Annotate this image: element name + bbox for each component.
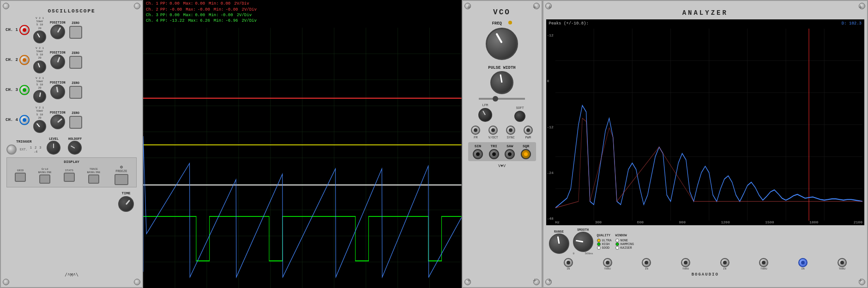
vco-add-button-right[interactable]: + bbox=[533, 4, 536, 11]
quality-high-radio[interactable] bbox=[597, 242, 601, 246]
trace-baseline-button[interactable] bbox=[88, 174, 99, 184]
vco-lfm-soft-row: LFM SOFT bbox=[466, 102, 538, 124]
grid-baseline-button[interactable] bbox=[39, 174, 50, 184]
ch2-zero-button[interactable] bbox=[69, 56, 82, 69]
vco-lfm-knob[interactable] bbox=[478, 108, 492, 122]
analyzer-in2-jack[interactable] bbox=[642, 258, 651, 267]
analyzer-thru4-group: THRU bbox=[838, 258, 847, 270]
ch3-label: CH. 3 bbox=[6, 88, 19, 92]
ch1-position-area: POSITION bbox=[50, 21, 66, 39]
vco-soft-label: SOFT bbox=[516, 106, 524, 110]
vco-jack-row: FM V/OCT SYNC PWM bbox=[466, 124, 538, 141]
bogaudio-label: BOGAUDIO bbox=[546, 272, 865, 284]
holdoff-knob[interactable] bbox=[68, 141, 82, 155]
vco-add-button-left[interactable]: + bbox=[467, 4, 471, 11]
sin-label: SIN bbox=[475, 144, 481, 148]
window-none-radio[interactable] bbox=[615, 239, 619, 242]
quality-good-label: GOOD bbox=[602, 246, 610, 250]
smooth-group: SMOOTH 0 500ms bbox=[573, 228, 593, 255]
ch1-volt-knob[interactable] bbox=[33, 30, 46, 43]
vco-pulse-slider[interactable] bbox=[479, 98, 525, 100]
ch3-position-area: POSITION bbox=[50, 81, 66, 99]
trigger-jack[interactable] bbox=[6, 144, 17, 155]
vco-sync-jack[interactable] bbox=[506, 126, 515, 135]
ch1-zero-button[interactable] bbox=[69, 26, 82, 39]
vco-pulse-width-knob[interactable] bbox=[490, 71, 513, 94]
vco-fm-jack[interactable] bbox=[471, 126, 480, 135]
ch4-pos-knob[interactable] bbox=[50, 114, 65, 129]
vco-voct-jack[interactable] bbox=[488, 126, 498, 135]
window-label: WINDOW bbox=[615, 234, 634, 237]
ch2-pos-knob[interactable] bbox=[50, 54, 65, 69]
analyzer-add-top-right[interactable]: + bbox=[859, 4, 862, 11]
stats-label: STATS bbox=[65, 169, 73, 172]
grid-baseline-btn-group: GridBASELINE bbox=[38, 168, 52, 184]
vco-soft-button[interactable] bbox=[514, 111, 525, 122]
analyzer-thru2-jack[interactable] bbox=[681, 258, 690, 267]
ch4-zero-button[interactable] bbox=[69, 116, 82, 129]
ch3-zero-button[interactable] bbox=[69, 86, 82, 99]
analyzer-thru3-jack[interactable] bbox=[759, 258, 768, 267]
stats-button[interactable] bbox=[64, 173, 75, 182]
vco-add-bottom-left[interactable]: + bbox=[467, 277, 471, 284]
ch1-zero-label: ZERO bbox=[72, 21, 79, 25]
freeze-button[interactable] bbox=[115, 174, 128, 185]
analyzer-in3-group: IN bbox=[720, 258, 729, 270]
window-hamming-radio[interactable] bbox=[615, 242, 619, 246]
level-knob[interactable] bbox=[47, 141, 60, 155]
window-kaiser-radio[interactable] bbox=[615, 246, 619, 250]
quality-ultra-radio[interactable] bbox=[597, 239, 601, 242]
analyzer-in4-jack[interactable] bbox=[798, 258, 808, 267]
quality-high-row: HIGH bbox=[597, 242, 612, 246]
analyzer-in1-jack[interactable] bbox=[564, 258, 573, 267]
freeze-indicator bbox=[120, 166, 123, 168]
vco-pwm-jack[interactable] bbox=[524, 126, 533, 135]
vco-voct-label: V/OCT bbox=[488, 136, 498, 139]
tri-jack[interactable] bbox=[489, 149, 499, 159]
analyzer-thru1-jack[interactable] bbox=[603, 258, 612, 267]
analyzer-thru4-jack[interactable] bbox=[838, 258, 847, 267]
oscilloscope-title: OSCILLOSCOPE bbox=[4, 8, 139, 14]
ch1-volt-area: V 2 150mV5 1020 bbox=[33, 17, 47, 44]
smooth-knob[interactable] bbox=[573, 232, 593, 252]
analyzer-in1-label: IN bbox=[567, 267, 570, 270]
oscilloscope-module: OSCILLOSCOPE CH. 1 V 2 150mV5 1020 POSIT… bbox=[0, 0, 143, 288]
grid-button[interactable] bbox=[15, 173, 26, 182]
ch1-jack[interactable] bbox=[19, 25, 30, 35]
saw-jack[interactable] bbox=[505, 149, 515, 159]
vco-add-bottom-right[interactable]: + bbox=[533, 277, 536, 284]
ch4-jack[interactable] bbox=[19, 115, 30, 125]
analyzer-module: + + ANALYZER Peaks (+/-10.8): D: 102.3 -… bbox=[542, 0, 868, 288]
range-group: RANGE bbox=[549, 230, 569, 254]
ch1-pos-knob[interactable] bbox=[50, 24, 65, 39]
quality-good-row: GOOD bbox=[597, 246, 612, 250]
vco-freq-knob[interactable] bbox=[486, 28, 518, 60]
analyzer-add-bottom-left[interactable]: + bbox=[548, 277, 552, 284]
vco-title: VCO bbox=[466, 8, 538, 17]
ch4-stat: Ch. 4 PP:-13.22 Max:6.26 Min:-6.96 2V/Di… bbox=[146, 18, 257, 23]
ch2-stat: Ch. 2 PP:-0.00 Max:-0.00 Min:-0.00 2V/Di… bbox=[146, 7, 257, 12]
analyzer-add-top-left[interactable]: + bbox=[548, 4, 552, 11]
waveform-buttons: SIN TRI SAW SQR bbox=[468, 142, 536, 161]
range-knob[interactable] bbox=[549, 234, 569, 254]
analyzer-peaks-label: Peaks (+/-10.8): bbox=[549, 21, 589, 26]
vco-freq-dot bbox=[508, 21, 512, 24]
grid-baseline-label: GridBASELINE bbox=[38, 168, 52, 174]
osc-waveform-canvas bbox=[143, 28, 462, 288]
ch3-volt-knob[interactable] bbox=[33, 90, 46, 103]
vco-pwm-jack-group: PWM bbox=[524, 126, 533, 139]
ch2-volt-knob[interactable] bbox=[33, 60, 46, 73]
ch3-pos-knob[interactable] bbox=[50, 84, 65, 99]
ch4-zero-area: ZERO bbox=[69, 111, 82, 129]
analyzer-add-bottom-right[interactable]: + bbox=[859, 277, 862, 284]
sin-jack[interactable] bbox=[473, 149, 483, 159]
ch3-jack[interactable] bbox=[19, 85, 30, 95]
ch3-stat-row: Ch. 3 PP:0.00 Max:0.00 Min:-0.00 2V/Div bbox=[143, 12, 462, 18]
analyzer-in3-jack[interactable] bbox=[720, 258, 729, 267]
time-knob[interactable] bbox=[118, 196, 134, 212]
sqr-jack[interactable] bbox=[521, 149, 531, 159]
quality-good-radio[interactable] bbox=[597, 246, 601, 250]
ch4-volt-knob[interactable] bbox=[33, 120, 46, 133]
ch2-jack[interactable] bbox=[19, 55, 30, 65]
trace-baseline-btn-group: TRACEBASELINE bbox=[87, 168, 100, 184]
